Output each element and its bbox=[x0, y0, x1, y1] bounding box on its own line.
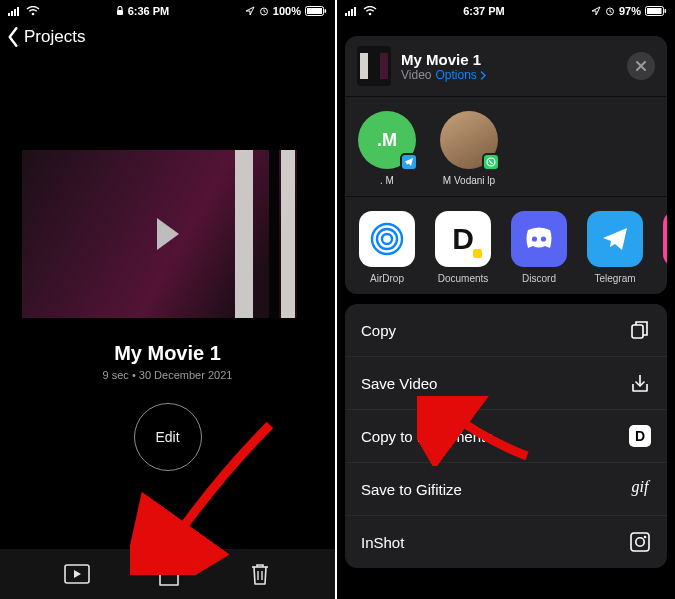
svg-rect-27 bbox=[631, 533, 649, 551]
close-icon bbox=[635, 60, 647, 72]
status-time: 6:36 PM bbox=[128, 5, 170, 17]
action-copy-documents[interactable]: Copy to Documents D bbox=[345, 410, 667, 463]
action-label: Copy bbox=[361, 322, 396, 339]
svg-rect-26 bbox=[632, 325, 643, 338]
status-right: 97% bbox=[591, 5, 667, 17]
svg-rect-12 bbox=[348, 11, 350, 16]
action-label: Save to Gifitize bbox=[361, 481, 462, 498]
share-icon[interactable] bbox=[158, 561, 180, 587]
location-icon bbox=[591, 6, 601, 16]
svg-point-28 bbox=[636, 538, 644, 546]
svg-rect-1 bbox=[11, 11, 13, 16]
contact-label: M Vodani lp bbox=[439, 175, 499, 186]
app-label: Telegram bbox=[583, 273, 647, 284]
status-center: 6:37 PM bbox=[463, 5, 505, 17]
download-icon bbox=[629, 372, 651, 394]
svg-point-21 bbox=[382, 234, 392, 244]
share-subtitle-type: Video bbox=[401, 68, 431, 82]
app-telegram[interactable]: Telegram bbox=[583, 211, 647, 284]
documents-small-icon: D bbox=[629, 425, 651, 447]
wifi-icon bbox=[26, 6, 40, 16]
close-button[interactable] bbox=[627, 52, 655, 80]
movie-subtitle: 9 sec • 30 December 2021 bbox=[0, 369, 335, 381]
status-left bbox=[8, 6, 40, 16]
airdrop-icon bbox=[359, 211, 415, 267]
screen-left: 6:36 PM 100% Projects My Movie 1 9 sec •… bbox=[0, 0, 337, 599]
svg-point-29 bbox=[644, 536, 647, 539]
documents-icon: D bbox=[435, 211, 491, 267]
action-inshot[interactable]: InShot bbox=[345, 516, 667, 568]
movie-title: My Movie 1 bbox=[0, 342, 335, 365]
edit-button[interactable]: Edit bbox=[134, 403, 202, 471]
status-left bbox=[345, 6, 377, 16]
location-icon bbox=[245, 6, 255, 16]
bottom-toolbar bbox=[0, 549, 335, 599]
telegram-icon bbox=[587, 211, 643, 267]
video-preview[interactable] bbox=[0, 150, 335, 318]
wifi-icon bbox=[363, 6, 377, 16]
app-discord[interactable]: Discord bbox=[507, 211, 571, 284]
share-contact[interactable]: M Vodani lp bbox=[439, 111, 499, 186]
svg-point-4 bbox=[32, 13, 35, 16]
edit-label: Edit bbox=[155, 429, 179, 445]
action-save-video[interactable]: Save Video bbox=[345, 357, 667, 410]
status-battery-text: 100% bbox=[273, 5, 301, 17]
telegram-badge-icon bbox=[400, 153, 418, 171]
action-label: InShot bbox=[361, 534, 404, 551]
status-battery-text: 97% bbox=[619, 5, 641, 17]
signal-icon bbox=[345, 6, 359, 16]
svg-rect-3 bbox=[17, 7, 19, 16]
svg-rect-14 bbox=[354, 7, 356, 16]
lock-icon bbox=[116, 6, 124, 16]
share-header: My Movie 1 Video Options bbox=[345, 36, 667, 97]
svg-rect-5 bbox=[117, 10, 123, 15]
svg-rect-8 bbox=[307, 8, 322, 14]
svg-point-24 bbox=[532, 236, 537, 241]
action-label: Copy to Documents bbox=[361, 428, 493, 445]
svg-rect-18 bbox=[647, 8, 662, 14]
whatsapp-badge-icon bbox=[482, 153, 500, 171]
svg-rect-2 bbox=[14, 9, 16, 16]
movie-info: My Movie 1 9 sec • 30 December 2021 bbox=[0, 342, 335, 381]
signal-icon bbox=[8, 6, 22, 16]
avatar bbox=[440, 111, 498, 169]
svg-rect-19 bbox=[664, 9, 666, 13]
action-copy[interactable]: Copy bbox=[345, 304, 667, 357]
app-label: AirDrop bbox=[355, 273, 419, 284]
share-contacts-row: .M . M M Vodani lp bbox=[345, 97, 667, 196]
app-partial[interactable]: Me bbox=[659, 211, 667, 284]
back-projects[interactable]: Projects bbox=[0, 20, 335, 58]
play-rect-icon[interactable] bbox=[64, 564, 90, 584]
share-title: My Movie 1 bbox=[401, 51, 617, 68]
status-right: 100% bbox=[245, 5, 327, 17]
svg-point-25 bbox=[541, 236, 546, 241]
back-label: Projects bbox=[24, 27, 85, 47]
app-airdrop[interactable]: AirDrop bbox=[355, 211, 419, 284]
avatar: .M bbox=[358, 111, 416, 169]
status-center: 6:36 PM bbox=[116, 5, 170, 17]
action-save-gifitize[interactable]: Save to Gifitize gif bbox=[345, 463, 667, 516]
chevron-left-icon bbox=[6, 26, 20, 48]
app-label: Documents bbox=[431, 273, 495, 284]
alarm-icon bbox=[259, 6, 269, 16]
share-apps-row: AirDrop D Documents Discord Telegram bbox=[345, 196, 667, 294]
share-thumbnail bbox=[357, 46, 391, 86]
trash-icon[interactable] bbox=[249, 562, 271, 586]
share-options-link[interactable]: Options bbox=[435, 68, 487, 82]
battery-icon bbox=[645, 6, 667, 16]
svg-rect-11 bbox=[345, 13, 347, 16]
svg-rect-13 bbox=[351, 9, 353, 16]
action-label: Save Video bbox=[361, 375, 437, 392]
alarm-icon bbox=[605, 6, 615, 16]
app-documents[interactable]: D Documents bbox=[431, 211, 495, 284]
share-contact[interactable]: .M . M bbox=[357, 111, 417, 186]
svg-point-15 bbox=[369, 13, 372, 16]
play-icon bbox=[157, 218, 179, 250]
status-time: 6:37 PM bbox=[463, 5, 505, 17]
status-bar: 6:37 PM 97% bbox=[337, 0, 675, 20]
share-sheet: My Movie 1 Video Options .M bbox=[345, 36, 667, 599]
contact-label: . M bbox=[357, 175, 417, 186]
copy-icon bbox=[629, 319, 651, 341]
app-label: Me bbox=[659, 273, 667, 284]
inshot-icon bbox=[629, 531, 651, 553]
